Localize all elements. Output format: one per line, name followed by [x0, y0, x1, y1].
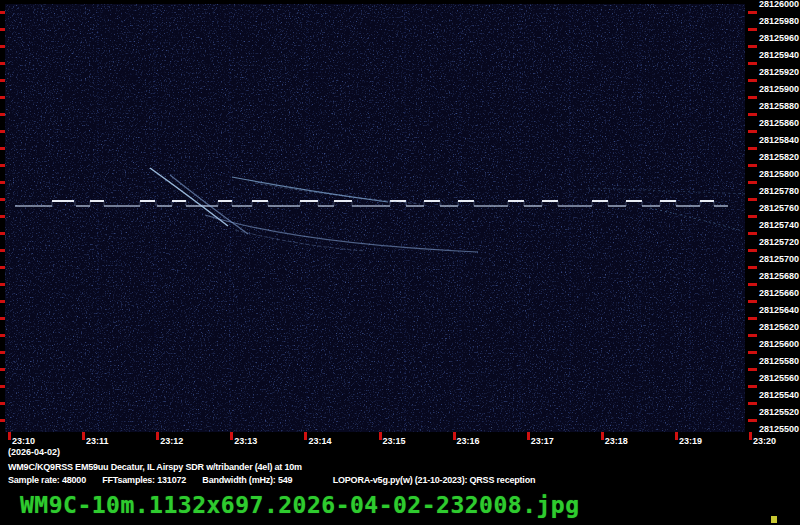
time-tick: [379, 432, 382, 440]
time-tick: [82, 432, 85, 440]
tick-right: [748, 113, 757, 116]
freq-label: 28125820: [759, 152, 799, 162]
tick-left: [0, 300, 5, 303]
fft-samples-text: FFTsamples: 131072: [102, 475, 186, 485]
freq-label: 28125980: [759, 16, 799, 26]
time-label: 23:14: [308, 436, 331, 446]
date-note: (2026-04-02): [8, 447, 60, 457]
tick-right: [748, 317, 757, 320]
time-label: 23:19: [679, 436, 702, 446]
freq-label: 28125600: [759, 339, 799, 349]
tick-right: [748, 130, 757, 133]
sample-rate-text: Sample rate: 48000: [8, 475, 86, 485]
time-tick: [601, 432, 604, 440]
tick-right: [748, 402, 757, 405]
time-tick: [453, 432, 456, 440]
tick-left: [0, 368, 5, 371]
tick-right: [748, 249, 757, 252]
tick-left: [0, 79, 5, 82]
time-label: 23:18: [605, 436, 628, 446]
software-version-text: LOPORA-v5g.py(w) (21-10-2023): QRSS rece…: [333, 475, 536, 485]
tick-left: [0, 385, 5, 388]
tick-left: [0, 402, 5, 405]
tick-left: [0, 113, 5, 116]
tick-right: [748, 351, 757, 354]
freq-label: 28125900: [759, 84, 799, 94]
tick-left: [0, 11, 5, 14]
time-tick: [675, 432, 678, 440]
freq-label: 28125800: [759, 169, 799, 179]
tick-left: [0, 334, 5, 337]
tick-left: [0, 28, 5, 31]
tick-right: [748, 334, 757, 337]
freq-label: 28125640: [759, 305, 799, 315]
tick-left: [0, 164, 5, 167]
freq-label: 28125620: [759, 322, 799, 332]
freq-label: 28125560: [759, 373, 799, 383]
tick-left: [0, 215, 5, 218]
tick-left: [0, 249, 5, 252]
tick-right: [748, 79, 757, 82]
filename-text: WM9C-10m.1132x697.2026-04-02-232008.jpg: [20, 492, 580, 518]
freq-label: 28125540: [759, 390, 799, 400]
tick-right: [748, 283, 757, 286]
freq-label: 28125500: [759, 424, 799, 434]
tick-right: [748, 266, 757, 269]
time-label: 23:15: [383, 436, 406, 446]
tick-right: [748, 198, 757, 201]
tick-right: [748, 11, 757, 14]
freq-label: 28125700: [759, 254, 799, 264]
time-label: 23:16: [457, 436, 480, 446]
yellow-marker: [771, 516, 777, 523]
tick-left: [0, 266, 5, 269]
time-label: 23:10: [12, 436, 35, 446]
tick-left: [0, 147, 5, 150]
tick-left: [0, 96, 5, 99]
qrss-grabber-screen: 2812600028125980281259602812594028125920…: [0, 0, 800, 525]
tick-left: [0, 130, 5, 133]
tick-left: [0, 419, 5, 422]
time-tick: [749, 432, 752, 440]
freq-label: 28126000: [759, 0, 799, 9]
time-tick: [156, 432, 159, 440]
freq-label: 28125960: [759, 33, 799, 43]
time-tick: [304, 432, 307, 440]
time-tick: [527, 432, 530, 440]
waterfall-spectrogram: [0, 0, 800, 525]
tick-left: [0, 283, 5, 286]
tick-left: [0, 351, 5, 354]
freq-label: 28125660: [759, 288, 799, 298]
tick-right: [748, 28, 757, 31]
tick-left: [0, 181, 5, 184]
time-tick: [8, 432, 11, 440]
freq-label: 28125920: [759, 67, 799, 77]
freq-label: 28125780: [759, 186, 799, 196]
freq-label: 28125740: [759, 220, 799, 230]
tick-right: [748, 215, 757, 218]
tick-right: [748, 300, 757, 303]
tick-left: [0, 45, 5, 48]
settings-info-line: Sample rate: 48000 FFTsamples: 131072 Ba…: [8, 475, 549, 485]
noise-layer-2: [5, 4, 745, 432]
freq-label: 28125580: [759, 356, 799, 366]
freq-label: 28125720: [759, 237, 799, 247]
time-label: 23:11: [86, 436, 109, 446]
freq-label: 28125940: [759, 50, 799, 60]
tick-right: [748, 45, 757, 48]
freq-label: 28125860: [759, 118, 799, 128]
time-label: 23:13: [234, 436, 257, 446]
tick-right: [748, 419, 757, 422]
time-label: 23:20: [753, 436, 776, 446]
tick-right: [748, 368, 757, 371]
bandwidth-text: Bandwidth (mHz): 549: [202, 475, 292, 485]
freq-label: 28125840: [759, 135, 799, 145]
tick-left: [0, 317, 5, 320]
tick-left: [0, 198, 5, 201]
tick-right: [748, 232, 757, 235]
time-tick: [230, 432, 233, 440]
freq-label: 28125880: [759, 101, 799, 111]
tick-left: [0, 62, 5, 65]
tick-right: [748, 96, 757, 99]
freq-label: 28125520: [759, 407, 799, 417]
tick-right: [748, 181, 757, 184]
